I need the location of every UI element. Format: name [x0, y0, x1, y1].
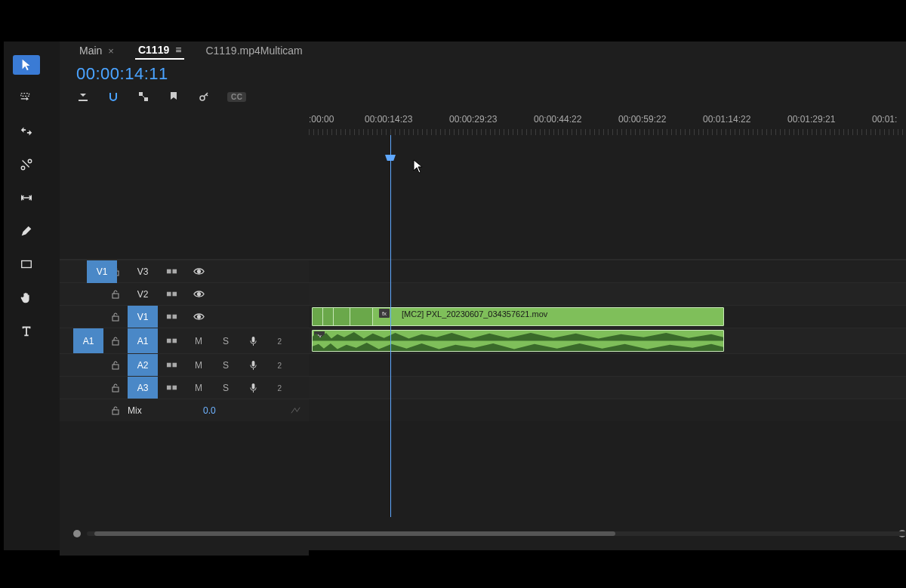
snap-icon[interactable]	[106, 90, 120, 103]
sequence-tabs: Main × C1119 ≡ C1119.mp4Multicam	[60, 42, 906, 60]
track-target[interactable]: V1	[128, 306, 158, 328]
svg-rect-26	[251, 361, 254, 367]
linked-selection-icon[interactable]	[137, 90, 150, 103]
svg-rect-16	[166, 315, 171, 319]
toggle-track-output-icon[interactable]	[185, 266, 212, 277]
svg-rect-15	[112, 316, 119, 321]
lock-icon[interactable]	[103, 383, 128, 393]
solo-toggle[interactable]: S	[212, 383, 239, 393]
track-lane[interactable]	[309, 354, 906, 376]
solo-toggle[interactable]: S	[212, 336, 239, 346]
tool-strip	[4, 42, 49, 550]
svg-rect-25	[172, 363, 177, 368]
track-target[interactable]: A3	[128, 377, 158, 399]
sync-lock-icon[interactable]	[158, 266, 185, 277]
svg-rect-9	[172, 269, 177, 274]
mute-toggle[interactable]: M	[185, 383, 212, 393]
track-target[interactable]: A1	[128, 328, 158, 353]
zoom-out-handle[interactable]	[73, 530, 81, 537]
track-a2: A2 M S 2	[60, 353, 906, 376]
channel-count: 2	[267, 336, 282, 346]
svg-rect-11	[112, 294, 119, 298]
channel-count: 2	[267, 383, 282, 393]
svg-point-1	[21, 166, 25, 170]
rectangle-tool[interactable]	[13, 254, 40, 274]
razor-tool[interactable]	[13, 155, 40, 174]
svg-rect-12	[166, 292, 171, 297]
track-target[interactable]: V3	[128, 260, 158, 282]
svg-rect-4	[139, 92, 143, 96]
svg-point-18	[197, 316, 200, 319]
mute-toggle[interactable]: M	[185, 360, 212, 371]
svg-point-14	[197, 293, 200, 296]
track-lane[interactable]	[309, 399, 906, 421]
time-ruler[interactable]: :00:0000:00:14:2300:00:29:2300:00:44:220…	[309, 112, 906, 135]
track-target[interactable]: V2	[128, 283, 158, 305]
sync-lock-icon[interactable]	[158, 335, 185, 346]
track-lane[interactable]	[309, 260, 906, 282]
sync-lock-icon[interactable]	[158, 382, 185, 393]
source-patch-v1[interactable]: V1	[87, 260, 117, 283]
track-lane[interactable]	[309, 377, 906, 399]
sync-lock-icon[interactable]	[158, 311, 185, 322]
ruler-tick: 00:01:29:21	[787, 114, 835, 125]
type-tool[interactable]	[13, 321, 40, 340]
solo-toggle[interactable]: S	[212, 360, 239, 371]
hand-tool[interactable]	[13, 288, 40, 307]
pen-tool[interactable]	[13, 221, 40, 241]
svg-rect-17	[172, 315, 177, 319]
lock-icon[interactable]	[103, 312, 128, 322]
track-mix: Mix 0.0	[60, 399, 906, 421]
track-lane[interactable]	[309, 283, 906, 305]
track-target[interactable]: A2	[128, 354, 158, 376]
settings-icon[interactable]	[197, 90, 211, 103]
svg-rect-23	[112, 365, 119, 369]
tab-main[interactable]: Main ×	[76, 42, 117, 59]
selection-tool[interactable]	[13, 55, 40, 75]
ruler-tick: 00:01:14:22	[703, 114, 750, 125]
audio-clip[interactable]: fx	[312, 330, 724, 352]
sync-lock-icon[interactable]	[158, 359, 185, 371]
horizontal-scrollbar[interactable]	[73, 528, 906, 540]
toggle-track-output-icon[interactable]	[185, 288, 212, 300]
track-lane[interactable]: fx fx [MC2] PXL_20230607_034357621.mov	[309, 306, 906, 328]
svg-point-10	[197, 270, 200, 273]
automation-icon[interactable]	[282, 405, 309, 416]
tab-label: C1119.mp4Multicam	[205, 45, 302, 57]
clip-label: [MC2] PXL_20230607_034357621.mov	[402, 309, 547, 319]
ruler-tick: 00:00:29:23	[449, 114, 497, 125]
playhead-timecode[interactable]: 00:00:14:11	[60, 60, 906, 87]
mute-toggle[interactable]: M	[185, 336, 212, 346]
menu-icon[interactable]: ≡	[175, 44, 181, 56]
video-clip[interactable]: fx fx [MC2] PXL_20230607_034357621.mov	[312, 307, 724, 326]
lock-icon[interactable]	[103, 337, 128, 346]
rate-stretch-tool[interactable]	[13, 188, 40, 208]
ruler-tick: 00:00:44:22	[534, 114, 581, 125]
marker-icon[interactable]	[167, 90, 180, 103]
lock-icon[interactable]	[103, 361, 128, 370]
mix-value[interactable]: 0.0	[203, 405, 216, 416]
tab-c1119[interactable]: C1119 ≡	[135, 42, 184, 60]
toggle-track-output-icon[interactable]	[185, 311, 212, 322]
voiceover-icon[interactable]	[239, 382, 267, 393]
track-select-tool[interactable]	[13, 88, 40, 108]
sync-lock-icon[interactable]	[158, 288, 185, 300]
source-patch[interactable]: A1	[73, 328, 103, 353]
close-icon[interactable]: ×	[108, 45, 114, 57]
insert-icon[interactable]	[76, 90, 90, 103]
scroll-thumb[interactable]	[94, 531, 615, 536]
track-a1: A1 A1 M S 2 fx	[60, 328, 906, 353]
captions-toggle[interactable]: CC	[227, 92, 246, 102]
lock-icon[interactable]	[103, 406, 128, 415]
track-v2: V2	[60, 282, 906, 305]
tab-multicam[interactable]: C1119.mp4Multicam	[202, 42, 305, 59]
svg-rect-31	[112, 410, 119, 414]
track-lane[interactable]: fx	[309, 328, 906, 353]
ruler-tick: 00:00:14:23	[365, 114, 412, 125]
lock-icon[interactable]	[103, 290, 128, 299]
voiceover-icon[interactable]	[239, 335, 267, 346]
ripple-edit-tool[interactable]	[13, 122, 40, 141]
mix-label: Mix	[128, 405, 158, 416]
svg-rect-5	[144, 97, 148, 101]
voiceover-icon[interactable]	[239, 359, 267, 371]
